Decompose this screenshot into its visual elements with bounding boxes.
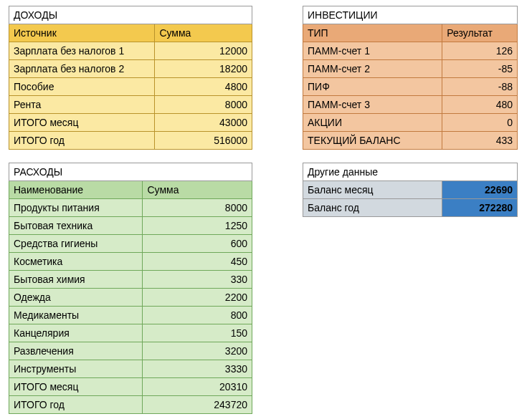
invest-row-label[interactable]: ТЕКУЩИЙ БАЛАНС: [303, 132, 442, 150]
income-row-label[interactable]: Рента: [9, 96, 155, 114]
income-row-value[interactable]: 516000: [155, 132, 252, 150]
income-row-label[interactable]: ИТОГО год: [9, 132, 155, 150]
expenses-row-value[interactable]: 2200: [143, 289, 252, 307]
expenses-row-value[interactable]: 243720: [143, 396, 252, 414]
investments-table[interactable]: ИНВЕСТИЦИИ ТИП Результат ПАММ-счет 1126 …: [303, 6, 518, 150]
invest-row-label[interactable]: ПАММ-счет 2: [303, 60, 442, 78]
expenses-row-label[interactable]: Развлечения: [9, 342, 143, 360]
invest-row-value[interactable]: -85: [442, 60, 518, 78]
invest-row-value[interactable]: -88: [442, 78, 518, 96]
income-row-label[interactable]: Зарплата без налогов 2: [9, 60, 155, 78]
income-row-value[interactable]: 43000: [155, 114, 252, 132]
income-table[interactable]: ДОХОДЫ Источник Сумма Зарплата без налог…: [9, 6, 252, 150]
expenses-row-value[interactable]: 3200: [143, 342, 252, 360]
invest-row-value[interactable]: 126: [442, 42, 518, 60]
expenses-row-value[interactable]: 20310: [143, 378, 252, 396]
income-row-value[interactable]: 8000: [155, 96, 252, 114]
income-col-source: Источник: [9, 24, 155, 42]
invest-row-value[interactable]: 0: [442, 114, 518, 132]
expenses-row-label[interactable]: Инструменты: [9, 360, 143, 378]
income-row-value[interactable]: 4800: [155, 78, 252, 96]
expenses-row-label[interactable]: Медикаменты: [9, 307, 143, 324]
invest-col-result: Результат: [442, 24, 518, 42]
invest-row-value[interactable]: 480: [442, 96, 518, 114]
invest-col-type: ТИП: [303, 24, 442, 42]
income-row-label[interactable]: Пособие: [9, 78, 155, 96]
expenses-row-value[interactable]: 1250: [143, 217, 252, 235]
invest-row-label[interactable]: ПАММ-счет 1: [303, 42, 442, 60]
income-row-value[interactable]: 18200: [155, 60, 252, 78]
expenses-title: РАСХОДЫ: [9, 163, 252, 181]
expenses-row-value[interactable]: 600: [143, 235, 252, 253]
other-row-value[interactable]: 22690: [442, 181, 518, 199]
expenses-row-label[interactable]: Бытовая техника: [9, 217, 143, 235]
expenses-row-label[interactable]: Продукты питания: [9, 199, 143, 217]
expenses-col-amount: Сумма: [143, 181, 252, 199]
expenses-row-value[interactable]: 330: [143, 271, 252, 289]
other-data-table[interactable]: Другие данные Баланс месяц 22690 Баланс …: [303, 163, 518, 217]
expenses-row-label[interactable]: Бытовая химия: [9, 271, 143, 289]
other-row-label[interactable]: Баланс месяц: [303, 181, 442, 199]
invest-row-label[interactable]: ПАММ-счет 3: [303, 96, 442, 114]
income-col-amount: Сумма: [155, 24, 252, 42]
expenses-table[interactable]: РАСХОДЫ Наименование Сумма Продукты пита…: [9, 163, 252, 414]
expenses-row-value[interactable]: 450: [143, 253, 252, 271]
income-row-label[interactable]: Зарплата без налогов 1: [9, 42, 155, 60]
invest-row-value[interactable]: 433: [442, 132, 518, 150]
income-row-label[interactable]: ИТОГО месяц: [9, 114, 155, 132]
expenses-row-label[interactable]: ИТОГО месяц: [9, 378, 143, 396]
expenses-col-name: Наименование: [9, 181, 143, 199]
expenses-row-label[interactable]: Одежда: [9, 289, 143, 307]
other-row-value[interactable]: 272280: [442, 199, 518, 217]
expenses-row-label[interactable]: Средства гигиены: [9, 235, 143, 253]
expenses-row-value[interactable]: 800: [143, 307, 252, 324]
income-title: ДОХОДЫ: [9, 6, 252, 24]
expenses-row-value[interactable]: 3330: [143, 360, 252, 378]
expenses-row-value[interactable]: 150: [143, 324, 252, 342]
invest-row-label[interactable]: ПИФ: [303, 78, 442, 96]
income-row-value[interactable]: 12000: [155, 42, 252, 60]
invest-row-label[interactable]: АКЦИИ: [303, 114, 442, 132]
expenses-row-label[interactable]: Косметика: [9, 253, 143, 271]
expenses-row-value[interactable]: 8000: [143, 199, 252, 217]
invest-title: ИНВЕСТИЦИИ: [303, 6, 518, 24]
other-title: Другие данные: [303, 163, 518, 181]
expenses-row-label[interactable]: ИТОГО год: [9, 396, 143, 414]
expenses-row-label[interactable]: Канцелярия: [9, 324, 143, 342]
other-row-label[interactable]: Баланс год: [303, 199, 442, 217]
